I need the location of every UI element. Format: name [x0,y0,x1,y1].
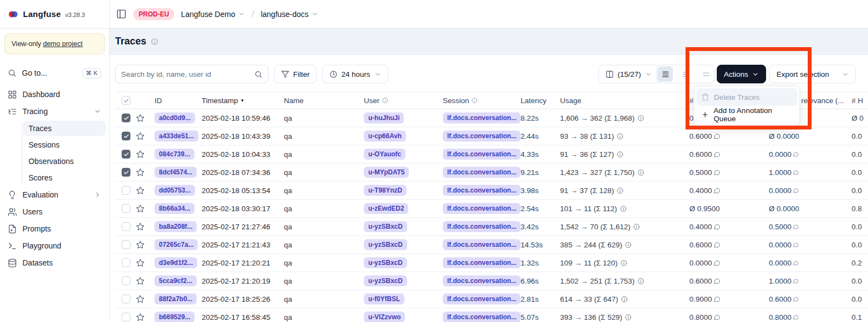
sidebar-item-users[interactable]: Users [3,204,106,220]
row-height-compact-toggle[interactable] [658,66,673,82]
table-row[interactable]: ba8a208f... 2025-02-17 21:27:46 qa u-yzS… [115,218,868,236]
breadcrumb-org[interactable]: Langfuse Demo [181,10,245,19]
sidebar-item-prompts[interactable]: Prompts [3,221,106,237]
search-input[interactable] [121,70,250,78]
menu-item-add-to-annotation-queue[interactable]: Add to Annotation Queue [696,106,797,123]
column-header-usage[interactable]: Usage [560,97,684,105]
sidebar-item-sessions[interactable]: Sessions [23,137,106,152]
table-row[interactable]: 8b66a34... 2025-02-18 03:30:17 qa u-zEwd… [115,200,868,218]
user-badge[interactable]: u-T98YnzD [364,185,407,196]
row-checkbox[interactable] [122,186,130,195]
user-badge[interactable]: u-cp66Avh [364,131,406,142]
session-badge[interactable]: lf.docs.conversation... [443,185,521,196]
trace-id-badge[interactable]: b669529... [155,312,195,322]
comment-bubble-icon[interactable] [793,187,799,194]
table-row[interactable]: 07265c7a... 2025-02-17 21:21:43 qa u-yzS… [115,236,868,254]
bookmark-star-icon[interactable] [136,258,145,267]
sidebar-item-datasets[interactable]: Datasets [3,255,106,271]
comment-bubble-icon[interactable] [713,314,721,321]
bookmark-star-icon[interactable] [136,204,145,213]
column-header-user[interactable]: User [359,97,439,105]
sidebar-item-observations[interactable]: Observations [23,154,106,169]
user-badge[interactable]: u-zEwdED2 [364,203,408,214]
user-badge[interactable]: u-f0YfBSL [364,293,404,304]
row-checkbox[interactable] [122,150,130,159]
trace-id-badge[interactable]: 084c739... [155,149,195,160]
table-row[interactable]: b669529... 2025-02-17 16:58:45 qa u-VIZz… [115,308,868,322]
row-height-medium-toggle[interactable] [678,66,693,82]
user-badge[interactable]: u-yzSBxcD [364,257,407,268]
column-header-name[interactable]: Name [277,97,359,105]
trace-id-badge[interactable]: 5cca9cf2... [155,275,197,286]
row-checkbox[interactable] [122,276,130,285]
sidebar-item-traces[interactable]: Traces [23,121,106,136]
row-checkbox[interactable] [122,204,130,213]
comment-bubble-icon[interactable] [713,278,721,285]
comment-bubble-icon[interactable] [793,278,799,285]
bookmark-star-icon[interactable] [136,222,145,231]
trace-id-badge[interactable]: a0cd0d9... [155,112,195,123]
comment-bubble-icon[interactable] [793,296,799,303]
trace-id-badge[interactable]: 8dcf4574... [155,167,197,178]
table-row[interactable]: d3e9d1f2... 2025-02-17 21:20:21 qa u-yzS… [115,254,868,272]
trace-id-badge[interactable]: dd05753... [155,185,195,196]
table-row[interactable]: 5cca9cf2... 2025-02-17 21:20:19 qa u-yzS… [115,272,868,290]
export-selection-button[interactable]: Export selection [769,65,856,83]
comment-bubble-icon[interactable] [793,223,799,230]
bookmark-star-icon[interactable] [136,150,145,159]
session-badge[interactable]: lf.docs.conversation... [443,131,521,142]
comment-bubble-icon[interactable] [793,151,799,158]
session-badge[interactable]: lf.docs.conversation... [443,149,521,160]
comment-bubble-icon[interactable] [713,133,721,140]
user-badge[interactable]: u-OYauofc [364,149,406,160]
session-badge[interactable]: lf.docs.conversation... [443,112,521,123]
panel-left-icon[interactable] [116,9,127,19]
demo-project-link[interactable]: demo project [43,40,82,48]
row-checkbox[interactable] [122,295,130,303]
table-row[interactable]: 084c739... 2025-02-18 10:04:33 qa u-OYau… [115,145,868,163]
column-header-latency[interactable]: Latency [521,97,560,105]
comment-bubble-icon[interactable] [793,169,799,176]
bookmark-star-icon[interactable] [136,114,145,122]
bookmark-star-icon[interactable] [136,186,145,195]
table-row[interactable]: dd05753... 2025-02-18 05:13:54 qa u-T98Y… [115,182,868,200]
sidebar-item-evaluation[interactable]: Evaluation [3,187,106,203]
trace-id-badge[interactable]: d3e9d1f2... [155,257,197,268]
sidebar-item-scores[interactable]: Scores [23,170,106,185]
trace-id-badge[interactable]: a433de51... [155,131,198,142]
comment-bubble-icon[interactable] [713,187,721,194]
comment-bubble-icon[interactable] [713,169,721,176]
user-badge[interactable]: u-yzSBxcD [364,275,407,286]
trace-id-badge[interactable]: 88f2a7b0... [155,293,197,304]
session-badge[interactable]: lf.docs.conversation... [443,221,521,232]
comment-bubble-icon[interactable] [713,223,721,230]
comment-bubble-icon[interactable] [793,314,799,321]
bookmark-star-icon[interactable] [136,240,145,249]
user-badge[interactable]: u-huJhuJi [364,112,404,123]
comment-bubble-icon[interactable] [713,151,721,158]
bookmark-star-icon[interactable] [136,132,145,140]
breadcrumb-project[interactable]: langfuse-docs [261,10,318,19]
comment-bubble-icon[interactable] [713,296,721,303]
user-badge[interactable]: u-VIZzvwo [364,312,405,322]
bookmark-star-icon[interactable] [136,168,145,177]
sidebar-item-dashboard[interactable]: Dashboard [3,86,106,103]
bookmark-star-icon[interactable] [136,313,145,321]
row-checkbox[interactable] [122,168,130,177]
actions-button[interactable]: Actions [717,65,766,83]
row-checkbox[interactable] [122,258,130,267]
row-checkbox[interactable] [122,222,130,231]
column-header-session[interactable]: Session [439,97,521,105]
menu-item-delete-traces[interactable]: Delete Traces [696,88,797,106]
comment-bubble-icon[interactable] [793,259,799,267]
comment-bubble-icon[interactable] [713,259,721,267]
row-height-expanded-toggle[interactable] [698,66,713,82]
trace-id-badge[interactable]: ba8a208f... [155,221,197,232]
column-header-timestamp[interactable]: Timestamp▼ [201,97,277,105]
sidebar-item-tracing[interactable]: Tracing [3,103,106,120]
session-badge[interactable]: lf.docs.conversation... [443,293,521,304]
search-icon[interactable] [254,70,262,78]
user-badge[interactable]: u-yzSBxcD [364,221,407,232]
table-row[interactable]: a433de51... 2025-02-18 10:43:39 qa u-cp6… [115,127,868,145]
session-badge[interactable]: lf.docs.conversation... [443,312,521,322]
